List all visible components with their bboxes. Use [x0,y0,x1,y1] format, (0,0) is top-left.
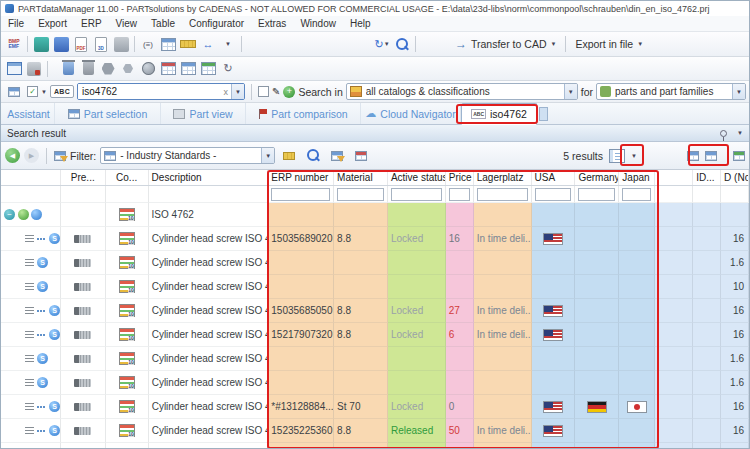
search-history-dropdown[interactable]: ▼ [231,84,244,99]
catalogs-combo[interactable]: all catalogs & classifications ▼ [346,83,578,100]
catalogs-dropdown[interactable]: ▼ [564,84,577,99]
table-export-button[interactable] [179,59,197,79]
export-pdf-button[interactable]: PDF [72,34,90,54]
refresh-button[interactable]: ↻▼ [373,34,391,54]
collapse-button[interactable]: − [4,209,15,220]
tab-assistant[interactable]: Assistant [3,103,55,124]
result-list-view-button[interactable] [608,146,626,166]
filter-input-material[interactable] [337,188,384,201]
table-columns-icon[interactable] [705,151,717,161]
tab-search-iso4762[interactable]: ABCiso4762 [461,103,537,125]
menu-erp[interactable]: ERP [74,18,109,29]
table-refresh-button[interactable]: ↻ [219,59,237,79]
add-search-icon[interactable]: + [283,86,295,98]
forward-button[interactable]: ▶ [24,148,39,163]
filter-checkbox[interactable] [258,86,269,97]
menu-extras[interactable]: Extras [251,18,293,29]
menu-configurator[interactable]: Configurator [182,18,251,29]
tab-part-view[interactable]: Part view [161,103,246,124]
column-header-lagerplatz[interactable]: Lagerplatz [474,170,532,185]
favorites-button[interactable] [280,146,298,166]
table-row[interactable]: S10Cylinder head screw ISO 4762 ...15035… [1,227,749,251]
table-row[interactable]: S10 [1,443,749,449]
table-group-row[interactable]: −10ISO 4762 [1,203,749,227]
dimension-button[interactable]: ↔ [199,34,217,54]
new-window-button[interactable] [5,59,23,79]
column-header-description[interactable]: Description [149,170,269,185]
table-row[interactable]: S10Cylinder head screw ISO 4762 ...15217… [1,323,749,347]
export-3d-pdf-button[interactable]: 3D [92,34,110,54]
measure-button[interactable] [179,34,197,54]
chevron-down-icon[interactable]: ▼ [41,89,47,95]
table-row[interactable]: S10Cylinder head screw ISO 4762 ...1.6 [1,347,749,371]
filter-input-active-status[interactable] [391,188,442,201]
menu-table[interactable]: Table [144,18,182,29]
column-header-co[interactable]: Co... [106,170,149,185]
bolt-button[interactable] [119,59,137,79]
tab-part-comparison[interactable]: Part comparison [246,103,361,124]
delete-erp-button[interactable] [59,59,77,79]
pin-icon[interactable] [720,130,727,137]
tab-overflow-button[interactable] [539,107,548,121]
table-row[interactable]: S10Cylinder head screw ISO 4762 ...15035… [1,299,749,323]
calculator-button[interactable] [159,34,177,54]
transfer-to-cad-button[interactable]: → Transfer to CAD ▼ [449,34,562,54]
column-header-d[interactable]: D (Nor... [721,170,749,185]
column-header-price[interactable]: Price [446,170,474,185]
export-image-button[interactable]: BMPEMF [5,34,23,54]
form-button[interactable] [5,82,23,102]
view-dropdown[interactable]: ▼ [631,153,637,159]
tools-button[interactable] [25,59,43,79]
column-header-preview[interactable]: Pre... [61,170,106,185]
scope-dropdown[interactable]: ▼ [732,84,745,99]
column-header-japan[interactable]: Japan [619,170,655,185]
filter-input-erp-number[interactable] [271,188,330,201]
filter-dropdown[interactable]: ▼ [261,148,274,163]
add-filter-button[interactable] [328,146,346,166]
column-header-usa[interactable]: USA [532,170,576,185]
filter-input-price[interactable] [449,188,470,201]
search-settings-button[interactable] [393,34,411,54]
column-header-germany[interactable]: Germany [575,170,619,185]
table-config-icon[interactable] [733,151,745,161]
save-button[interactable] [52,34,70,54]
search-option-checkbox[interactable]: ✓ [27,86,38,97]
back-button[interactable]: ◀ [5,148,20,163]
table-row[interactable]: S10Cylinder head screw ISO 4762 ...*#131… [1,395,749,419]
tab-cloud-navigator[interactable]: ☁Cloud Navigator [361,103,461,124]
filter-input-lagerplatz[interactable] [477,188,528,201]
formula-button[interactable]: (≡) [139,34,157,54]
table-row[interactable]: S10Cylinder head screw ISO 4762 ...15235… [1,419,749,443]
menu-window[interactable]: Window [293,18,343,29]
menu-export[interactable]: Export [31,18,74,29]
search-input[interactable] [78,84,221,99]
filter-combo[interactable]: - Industry Standards - ▼ [100,147,275,164]
export-3d-button[interactable] [32,34,50,54]
column-header-active-status[interactable]: Active status [388,170,446,185]
column-header-erp-number[interactable]: ERP number [268,170,334,185]
column-header-material[interactable]: Material [334,170,388,185]
tools-dropdown[interactable]: ▼ [219,34,237,54]
menu-file[interactable]: File [1,18,31,29]
chevron-down-icon[interactable]: ▼ [737,130,743,136]
table-row[interactable]: S10Cylinder head screw ISO 4762 ...1.6 [1,371,749,395]
edit-icon[interactable]: ✎ [272,87,280,97]
table-view-icon[interactable] [687,151,699,161]
filter-input-usa[interactable] [535,188,572,201]
menu-help[interactable]: Help [343,18,378,29]
spell-check-button[interactable]: ABC [50,85,74,98]
nut-button[interactable] [99,59,117,79]
table-link-button[interactable] [199,59,217,79]
menu-view[interactable]: View [109,18,145,29]
tab-part-selection[interactable]: Part selection [55,103,161,124]
clear-search-icon[interactable]: x [221,87,232,97]
table-row[interactable]: S10Cylinder head screw ISO 4762 ...1.6 [1,251,749,275]
export-in-file-button[interactable]: Export in file ▼ [569,34,649,54]
table-row[interactable]: S10Cylinder head screw ISO 4762 ...10 [1,275,749,299]
document-settings-button[interactable] [112,34,130,54]
clear-filter-button[interactable] [352,146,370,166]
search-in-results-button[interactable] [304,146,322,166]
column-header-id[interactable]: ID... [693,170,721,185]
scope-combo[interactable]: parts and part families ▼ [596,83,746,100]
filter-input-germany[interactable] [578,188,615,201]
